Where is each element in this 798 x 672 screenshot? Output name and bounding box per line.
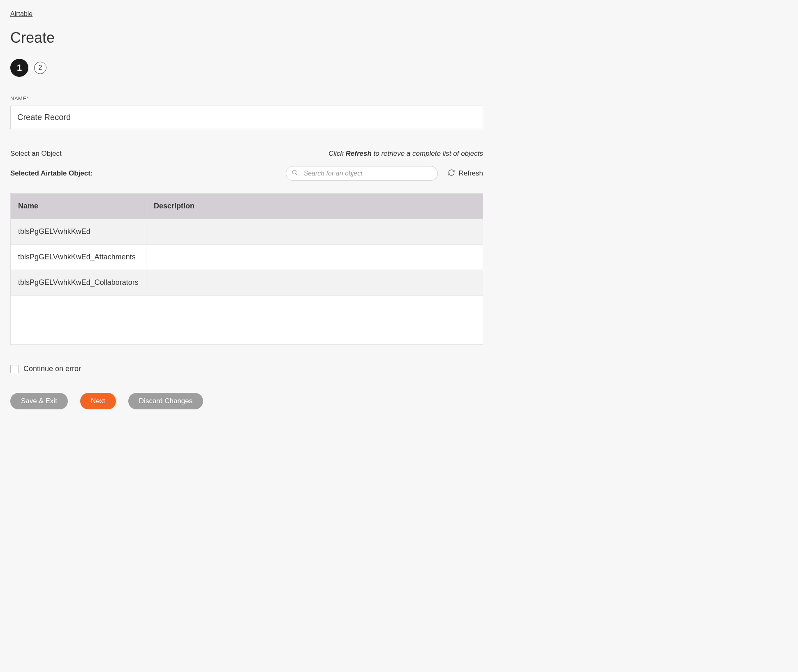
objects-table: Name Description tblsPgGELVwhkKwEd tblsP…	[10, 193, 483, 345]
refresh-hint: Click Refresh to retrieve a complete lis…	[328, 150, 483, 158]
select-object-label: Select an Object	[10, 150, 62, 158]
cell-description	[146, 245, 483, 270]
refresh-label: Refresh	[458, 169, 483, 178]
continue-on-error-label: Continue on error	[23, 365, 81, 373]
discard-changes-button[interactable]: Discard Changes	[128, 393, 203, 409]
save-exit-button[interactable]: Save & Exit	[10, 393, 68, 409]
step-connector	[28, 68, 34, 68]
step-1[interactable]: 1	[10, 59, 28, 77]
refresh-button[interactable]: Refresh	[448, 169, 483, 178]
cell-name: tblsPgGELVwhkKwEd	[11, 219, 146, 245]
svg-line-1	[296, 173, 297, 175]
search-icon	[291, 169, 298, 178]
table-row[interactable]: tblsPgGELVwhkKwEd_Collaborators	[11, 270, 483, 296]
stepper: 1 2	[10, 59, 483, 77]
step-2[interactable]: 2	[34, 62, 46, 74]
column-header-description[interactable]: Description	[146, 194, 483, 219]
svg-point-0	[292, 170, 296, 174]
cell-name: tblsPgGELVwhkKwEd_Attachments	[11, 245, 146, 270]
table-row[interactable]: tblsPgGELVwhkKwEd_Attachments	[11, 245, 483, 270]
table-row[interactable]: tblsPgGELVwhkKwEd	[11, 219, 483, 245]
name-field-label: NAME*	[10, 95, 483, 102]
refresh-icon	[448, 169, 455, 178]
page-title: Create	[10, 29, 483, 46]
cell-description	[146, 219, 483, 245]
table-empty-space	[11, 296, 483, 345]
column-header-name[interactable]: Name	[11, 194, 146, 219]
name-input[interactable]	[10, 106, 483, 129]
continue-on-error-checkbox[interactable]	[10, 365, 19, 373]
search-wrapper	[286, 166, 438, 181]
search-input[interactable]	[286, 166, 438, 181]
next-button[interactable]: Next	[80, 393, 116, 409]
selected-object-label: Selected Airtable Object:	[10, 169, 93, 178]
breadcrumb-airtable[interactable]: Airtable	[10, 10, 32, 17]
cell-description	[146, 270, 483, 296]
cell-name: tblsPgGELVwhkKwEd_Collaborators	[11, 270, 146, 296]
